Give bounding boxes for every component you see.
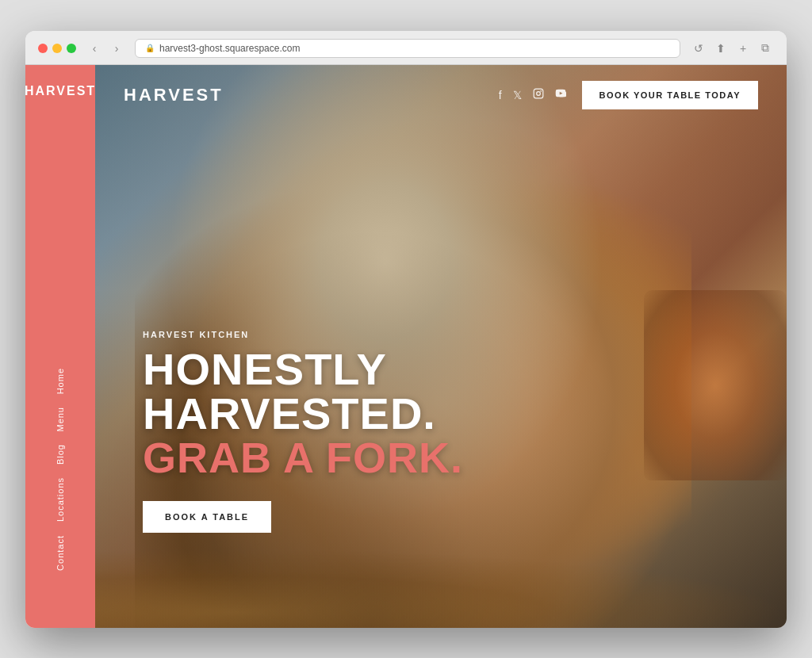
facebook-icon[interactable]: f [499, 89, 502, 101]
browser-nav: ‹ › [86, 40, 125, 57]
forward-button[interactable]: › [108, 40, 125, 57]
youtube-icon[interactable] [555, 88, 566, 101]
sidebar-nav: Home Menu Blog Locations Contact [56, 98, 65, 609]
sidebar-item-home[interactable]: Home [56, 362, 65, 400]
header: HARVEST f 𝕏 [95, 65, 787, 125]
new-tab-button[interactable]: + [734, 40, 752, 57]
traffic-lights [38, 44, 76, 53]
sidebar-item-menu[interactable]: Menu [56, 400, 65, 438]
website: HARVEST Home Menu Blog Locations Contact… [25, 65, 787, 628]
reload-button[interactable]: ↺ [690, 40, 707, 57]
sidebar-logo: HARVEST [25, 84, 105, 98]
book-table-header-button[interactable]: BOOK YOUR TABLE TODAY [582, 81, 758, 109]
minimize-button[interactable] [52, 44, 62, 53]
svg-point-1 [536, 92, 540, 96]
twitter-icon[interactable]: 𝕏 [513, 89, 522, 101]
address-bar[interactable]: 🔒 harvest3-ghost.squarespace.com [135, 39, 680, 58]
sidebar: HARVEST Home Menu Blog Locations Contact [25, 65, 95, 628]
main-content: HARVEST f 𝕏 [95, 65, 787, 628]
book-table-hero-button[interactable]: BOOK A TABLE [143, 501, 271, 533]
url-text: harvest3-ghost.squarespace.com [159, 43, 300, 54]
browser-window: ‹ › 🔒 harvest3-ghost.squarespace.com ↺ ⬆… [25, 31, 787, 628]
tabs-button[interactable]: ⧉ [756, 40, 774, 57]
lock-icon: 🔒 [145, 44, 155, 52]
browser-chrome: ‹ › 🔒 harvest3-ghost.squarespace.com ↺ ⬆… [25, 31, 787, 65]
svg-rect-0 [534, 89, 543, 98]
hero-line3: GRAB A FORK. [143, 436, 463, 479]
hero-title: HONESTLY HARVESTED. GRAB A FORK. [143, 347, 463, 479]
header-right: f 𝕏 [499, 81, 758, 109]
header-logo: HARVEST [124, 85, 224, 105]
browser-actions: ↺ ⬆ + ⧉ [690, 40, 774, 57]
sidebar-item-contact[interactable]: Contact [56, 529, 65, 577]
sidebar-item-blog[interactable]: Blog [56, 438, 65, 471]
social-icons: f 𝕏 [499, 88, 566, 101]
hero-line2: HARVESTED. [143, 388, 436, 438]
back-button[interactable]: ‹ [86, 40, 103, 57]
svg-point-2 [540, 90, 542, 92]
maximize-button[interactable] [67, 44, 76, 53]
hero-subtitle: HARVEST KITCHEN [143, 330, 463, 339]
instagram-icon[interactable] [533, 88, 544, 101]
share-button[interactable]: ⬆ [712, 40, 730, 57]
sidebar-item-locations[interactable]: Locations [56, 471, 65, 528]
hero-content: HARVEST KITCHEN HONESTLY HARVESTED. GRAB… [143, 330, 463, 533]
close-button[interactable] [38, 44, 48, 53]
hero-line1: HONESTLY [143, 344, 387, 394]
